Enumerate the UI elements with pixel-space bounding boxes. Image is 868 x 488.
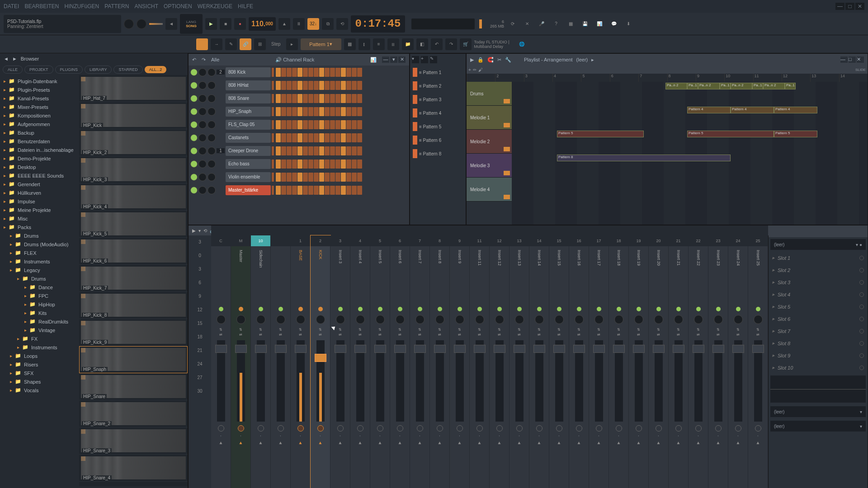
strip-name[interactable]: Insert 17 [597,246,601,305]
pattern-selector[interactable]: Pattern 1 ▾ [301,38,341,50]
window-maximize-icon[interactable]: □ [845,3,854,10]
swap-icon[interactable]: ⇄ [478,333,481,337]
playlist-cut-icon[interactable]: ✂ [497,57,501,63]
strip-fader[interactable] [615,340,623,422]
strip-pan-knob[interactable] [674,315,683,324]
stereo-sep-icon[interactable]: ⇅ [219,328,222,332]
sample-item[interactable]: HIP_Kick_6 [79,238,188,265]
channel-vol-knob[interactable] [208,108,216,116]
strip-route-icon[interactable]: ▲ [298,440,303,445]
strip-fader[interactable] [316,340,325,422]
strip-send-dot[interactable]: · [399,433,401,438]
strip-top[interactable]: 14 [529,235,549,246]
strip-fader[interactable] [754,340,762,422]
swap-icon[interactable]: ⇄ [398,333,401,337]
swap-icon[interactable]: ⇄ [677,333,680,337]
tree-node[interactable]: ▸📁Gerendert [0,180,79,188]
strip-fader[interactable] [277,340,285,422]
stereo-sep-icon[interactable]: ⇅ [577,328,580,332]
strip-route-icon[interactable]: ▲ [338,440,343,445]
playlist-clip[interactable]: Pa..n 2 [763,83,785,89]
strip-send-dot[interactable]: · [340,433,341,438]
strip-send-dot[interactable]: · [220,433,222,438]
strip-fader[interactable] [495,340,504,422]
strip-enable[interactable] [318,307,323,311]
fx-slot[interactable]: ▸Slot 5 [769,300,868,313]
strip-route-icon[interactable]: ▲ [696,440,701,445]
channel-name[interactable]: Castanets [226,133,271,143]
step-sequencer[interactable] [276,173,362,182]
mixer-strip[interactable]: 15Insert 15⇅⇄·▲ [549,235,569,488]
chanrack-audio-icon[interactable]: 🔊 [275,57,282,62]
strip-route-icon[interactable]: ▲ [477,440,482,445]
channel-name[interactable]: 808 HiHat [226,80,271,90]
mixer-strip[interactable]: C⇅⇄·▲ [211,235,231,488]
fx-slot[interactable]: ▸Slot 2 [769,264,868,276]
pattern-item[interactable]: ≡ Pattern 8 [410,147,466,160]
strip-route-icon[interactable]: ▲ [537,440,542,445]
strip-send-dot[interactable]: · [698,433,699,438]
strip-top[interactable]: 8 [430,235,449,246]
channel-mute[interactable] [190,174,198,181]
playlist-clip[interactable]: Pattern 8 [557,155,731,161]
strip-fx-icon[interactable] [457,425,463,432]
tree-node[interactable]: ▸📁SFX [0,369,79,377]
strip-pan-knob[interactable] [734,315,743,324]
brush-icon[interactable]: ✎ [225,38,237,50]
channel-row[interactable]: Violin ensemble [189,170,409,183]
playlist-ruler[interactable]: 234567891011121314 [467,74,868,82]
strip-fader[interactable] [436,340,444,422]
chanrack-min-icon[interactable]: — [382,56,389,63]
mixer-strip[interactable]: ⇅⇄·▲ [271,235,291,488]
strip-pan-knob[interactable] [376,315,385,324]
tree-node[interactable]: ▸📁Vocals [0,386,79,394]
stereo-sep-icon[interactable]: ⇅ [538,328,541,332]
strip-send-dot[interactable]: · [499,433,500,438]
pattern-mode-icon[interactable] [196,38,208,50]
strip-name[interactable]: Sidechain [259,246,263,305]
tree-node[interactable]: ▸📁Dateien in...ischenablage [0,145,79,154]
track-header[interactable]: Melodie 4 [467,178,512,202]
channel-name[interactable]: Creeper Drone [226,146,271,156]
strip-top[interactable]: 5 [370,235,390,246]
strip-top[interactable]: 21 [669,235,688,246]
strip-enable[interactable] [637,307,641,311]
mixer-strip[interactable]: 2KICK⇅⇄·▲ [311,235,330,488]
strip-send-dot[interactable]: · [638,433,639,438]
strip-fx-icon[interactable] [735,425,741,432]
strip-route-icon[interactable]: ▲ [497,440,502,445]
swap-icon[interactable]: ⇄ [418,333,421,337]
tree-node[interactable]: ▸📁FPC [0,291,79,300]
strip-send-dot[interactable]: · [379,433,381,438]
stereo-sep-icon[interactable]: ⇅ [359,328,362,332]
crossfade-slider[interactable] [149,23,163,25]
strip-fader[interactable] [336,340,344,422]
strip-fx-icon[interactable] [576,425,582,432]
strip-top[interactable]: C [211,235,231,246]
stereo-sep-icon[interactable]: ⇅ [717,328,720,332]
render-icon[interactable]: 📊 [594,18,605,30]
swap-icon[interactable]: ⇄ [577,333,580,337]
strip-send-dot[interactable]: · [658,433,659,438]
strip-fx-icon[interactable] [476,425,483,432]
stereo-sep-icon[interactable]: ⇅ [319,328,322,332]
strip-route-icon[interactable]: ▲ [398,440,402,445]
swap-icon[interactable]: ⇄ [359,333,362,337]
stereo-sep-icon[interactable]: ⇅ [736,328,740,332]
mixer-strip[interactable]: 12Insert 12⇅⇄·▲ [490,235,509,488]
tree-node[interactable]: ▸📁Instruments [0,343,79,352]
playlist-clip[interactable]: Pattern 5 [557,131,644,137]
strip-top[interactable]: 1 [291,235,310,246]
step-sequencer[interactable] [276,120,362,129]
strip-pan-knob[interactable] [435,315,444,324]
tab-alle[interactable]: ALLE [3,66,23,74]
sample-item[interactable]: HIP_Kick_3 [79,156,188,183]
countdown-icon[interactable]: 32↓ [307,18,319,30]
strip-top[interactable]: 12 [490,235,509,246]
strip-fx-icon[interactable] [556,425,562,432]
tree-node[interactable]: ▸📁Plugin-Datenbank [0,77,79,85]
playlist-clip[interactable]: Pa..1 [752,83,763,89]
channel-route[interactable]: 1 [217,148,225,153]
equalizer-display[interactable] [770,375,866,403]
strip-pan-knob[interactable] [296,315,305,324]
